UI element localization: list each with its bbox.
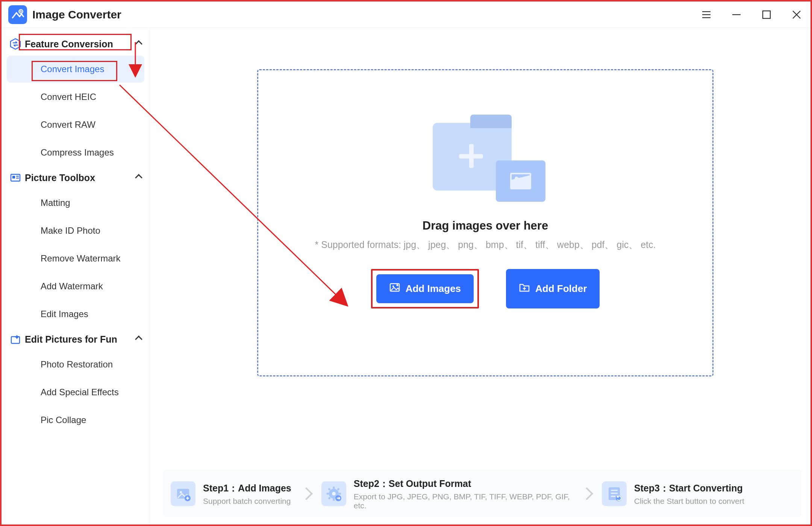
- button-label: Add Images: [406, 283, 461, 295]
- plus-icon: [459, 144, 483, 168]
- svg-point-26: [332, 492, 336, 496]
- step-2: Step2：Set Output Format Export to JPG, J…: [321, 478, 572, 510]
- svg-point-15: [392, 286, 394, 287]
- sidebar-item-convert-heic[interactable]: Convert HEIC: [7, 83, 144, 110]
- step3-sub: Click the Start button to convert: [634, 497, 744, 506]
- step3-icon: [602, 481, 627, 506]
- titlebar: Image Converter: [2, 2, 810, 28]
- sidebar-section-picture-toolbox[interactable]: Picture Toolbox: [2, 167, 150, 189]
- swap-icon: [10, 38, 21, 50]
- sidebar-section-edit-fun[interactable]: Edit Pictures for Fun: [2, 328, 150, 350]
- sidebar-item-pic-collage[interactable]: Pic Collage: [7, 407, 144, 434]
- section-title: Edit Pictures for Fun: [25, 334, 117, 345]
- app-window: Image Converter Feature Conversion Conve…: [0, 0, 812, 526]
- svg-line-34: [329, 497, 330, 499]
- add-folder-button[interactable]: Add Folder: [506, 269, 600, 308]
- section-title: Picture Toolbox: [25, 172, 95, 183]
- step1-sub: Support batch converting: [203, 497, 291, 506]
- section-title: Feature Conversion: [25, 39, 113, 50]
- window-controls: [699, 8, 804, 22]
- step-3: Step3：Start Converting Click the Start b…: [602, 481, 744, 506]
- sidebar-item-photo-restoration[interactable]: Photo Restoration: [7, 351, 144, 378]
- close-button[interactable]: [789, 8, 804, 22]
- step2-icon: [321, 481, 346, 506]
- svg-point-21: [180, 491, 182, 493]
- chevron-up-icon: [135, 40, 142, 48]
- minimize-button[interactable]: [729, 8, 744, 22]
- sidebar-item-convert-images[interactable]: Convert Images: [7, 56, 144, 83]
- svg-point-0: [19, 9, 23, 13]
- step1-title: Step1：Add Images: [203, 482, 291, 494]
- toolbox-icon: [10, 172, 21, 183]
- annotation-highlight-add-images: Add Images: [371, 269, 479, 308]
- app-logo-icon: [8, 5, 27, 24]
- button-label: Add Folder: [535, 283, 587, 295]
- chevron-right-icon: [580, 487, 593, 500]
- app-title: Image Converter: [32, 8, 121, 21]
- add-images-button[interactable]: Add Images: [376, 274, 474, 303]
- dropzone-subtext: * Supported formats: jpg、 jpeg、 png、 bmp…: [315, 239, 656, 251]
- dropzone-headline: Drag images over here: [423, 219, 548, 233]
- sidebar-item-add-watermark[interactable]: Add Watermark: [7, 273, 144, 300]
- sparkle-icon: [10, 334, 21, 345]
- step2-title: Step2：Set Output Format: [354, 478, 572, 490]
- sidebar: Feature Conversion Convert Images Conver…: [2, 28, 150, 524]
- svg-line-33: [338, 488, 339, 490]
- svg-rect-13: [11, 337, 20, 343]
- image-plus-icon: [389, 282, 400, 296]
- sidebar-item-compress-images[interactable]: Compress Images: [7, 139, 144, 166]
- sidebar-item-remove-watermark[interactable]: Remove Watermark: [7, 245, 144, 272]
- chevron-right-icon: [300, 487, 313, 500]
- maximize-button[interactable]: [759, 8, 774, 22]
- step1-icon: [171, 481, 195, 506]
- sidebar-item-make-id-photo[interactable]: Make ID Photo: [7, 217, 144, 244]
- sidebar-item-matting[interactable]: Matting: [7, 189, 144, 216]
- sidebar-section-feature-conversion[interactable]: Feature Conversion: [2, 33, 150, 55]
- step2-sub: Export to JPG, JPEG, PNG, BMP, TIF, TIFF…: [354, 492, 572, 510]
- sidebar-item-add-special-effects[interactable]: Add Special Effects: [7, 379, 144, 406]
- svg-line-31: [329, 488, 330, 490]
- footer-steps: Step1：Add Images Support batch convertin…: [163, 470, 801, 517]
- svg-marker-8: [11, 39, 20, 49]
- chevron-up-icon: [135, 174, 142, 181]
- step3-title: Step3：Start Converting: [634, 482, 744, 494]
- dropzone[interactable]: Drag images over here * Supported format…: [257, 69, 714, 376]
- dropzone-illustration: [425, 123, 545, 206]
- chevron-up-icon: [135, 336, 142, 343]
- folder-plus-icon: [519, 282, 530, 296]
- dropzone-buttons: Add Images Add Folder: [371, 269, 600, 308]
- sidebar-item-convert-raw[interactable]: Convert RAW: [7, 111, 144, 138]
- sidebar-item-edit-images[interactable]: Edit Images: [7, 301, 144, 328]
- step-1: Step1：Add Images Support batch convertin…: [171, 481, 291, 506]
- menu-icon[interactable]: [699, 8, 714, 22]
- picture-icon: [496, 160, 545, 202]
- svg-rect-5: [763, 11, 770, 18]
- svg-rect-10: [12, 176, 15, 178]
